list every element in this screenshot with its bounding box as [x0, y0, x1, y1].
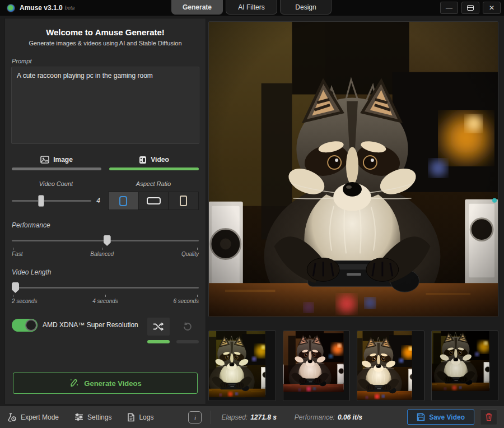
performance-ticks: Fast Balanced Quality: [12, 248, 199, 257]
generate-videos-button[interactable]: Generate Videos: [13, 373, 198, 394]
settings-label: Settings: [87, 413, 111, 421]
tick-6-seconds: 6 seconds: [173, 295, 199, 304]
video-length-label: Video Length: [12, 268, 199, 276]
generated-video-preview[interactable]: [208, 21, 498, 317]
shuffle-underline: [147, 340, 170, 343]
video-length-slider[interactable]: [12, 287, 199, 289]
settings-sliders-icon: [74, 413, 83, 421]
aspect-ratio-label: Aspect Ratio: [108, 180, 199, 187]
video-length-slider-handle[interactable]: [12, 282, 19, 293]
repeat-button[interactable]: [176, 318, 199, 343]
tab-ai-filters[interactable]: AI Filters: [226, 0, 277, 15]
elapsed-value: 1271.8 s: [250, 413, 277, 421]
generate-panel: Welcome to Amuse Generate! Generate imag…: [4, 18, 206, 404]
aspect-portrait-icon: [180, 196, 187, 206]
status-bar: Expert Mode Settings Logs i Elapsed: 127…: [0, 406, 504, 428]
video-count-label: Video Count: [12, 180, 100, 187]
settings-button[interactable]: Settings: [74, 413, 111, 421]
video-length-ticks: 2 seconds 4 seconds 6 seconds: [12, 295, 199, 304]
image-tab-underline: [12, 168, 101, 170]
save-video-button[interactable]: Save Video: [407, 410, 474, 425]
tab-generate[interactable]: Generate: [171, 0, 223, 15]
expert-mode-button[interactable]: Expert Mode: [7, 413, 59, 422]
prompt-label: Prompt: [12, 58, 206, 64]
save-video-label: Save Video: [429, 413, 465, 421]
prompt-input[interactable]: A cute raccoon playing pc in the gaming …: [11, 67, 199, 144]
title-bar: Amuse v3.1.0 beta Generate AI Filters De…: [0, 0, 504, 16]
app-title: Amuse v3.1.0: [20, 4, 63, 12]
performance-metric-value: 0.06 it/s: [338, 413, 362, 421]
mode-tabs: Image Video: [12, 153, 199, 170]
window-controls: — ✕: [440, 0, 501, 16]
raccoon-preview-image: [209, 22, 498, 317]
expert-mode-icon: [7, 413, 17, 422]
delete-button[interactable]: [480, 410, 497, 425]
mode-tab-image[interactable]: Image: [12, 153, 101, 170]
thumbnail-2[interactable]: [283, 331, 351, 401]
maximize-icon: [467, 5, 474, 11]
tab-design[interactable]: Design: [280, 0, 332, 15]
performance-slider-handle[interactable]: [104, 235, 111, 246]
mode-tab-video-label: Video: [151, 156, 169, 164]
logs-icon: [127, 413, 135, 422]
image-icon: [40, 156, 49, 164]
video-count-slider[interactable]: [12, 200, 91, 202]
close-button[interactable]: ✕: [483, 2, 501, 14]
aspect-landscape-icon: [147, 197, 161, 204]
repeat-underline: [176, 340, 199, 343]
thumbnail-strip: [208, 331, 498, 401]
mode-tab-image-label: Image: [53, 156, 73, 164]
performance-metric-label: Performance:: [295, 413, 335, 421]
maximize-button[interactable]: [461, 2, 479, 14]
statusbar-divider: [211, 411, 211, 424]
welcome-title: Welcome to Amuse Generate!: [5, 27, 206, 37]
aspect-square-icon: [119, 196, 127, 206]
thumbnail-3[interactable]: [357, 331, 424, 401]
expert-mode-label: Expert Mode: [21, 413, 59, 421]
tick-quality: Quality: [181, 248, 199, 257]
aspect-square-button[interactable]: [109, 192, 139, 210]
performance-metric: Performance: 0.06 it/s: [295, 413, 362, 421]
thumbnail-4[interactable]: [431, 331, 499, 401]
generate-videos-label: Generate Videos: [84, 379, 141, 388]
performance-label: Performance: [12, 221, 199, 229]
logs-label: Logs: [139, 413, 153, 421]
thumbnail-1[interactable]: [208, 331, 276, 401]
super-resolution-label: AMD XDNA™ Super Resolution: [43, 321, 138, 329]
tick-fast: Fast: [12, 248, 22, 257]
aspect-ratio-group: [108, 192, 199, 210]
minimize-button[interactable]: —: [440, 2, 458, 14]
mode-tab-video[interactable]: Video: [109, 153, 199, 170]
shuffle-button[interactable]: [147, 318, 170, 343]
shuffle-icon: [153, 322, 164, 331]
toggle-knob: [25, 319, 37, 331]
tick-balanced: Balanced: [90, 248, 114, 257]
repeat-icon: [183, 322, 193, 331]
logs-button[interactable]: Logs: [127, 413, 153, 422]
welcome-subtitle: Generate images & videos using AI and St…: [5, 40, 206, 46]
magic-wand-icon: [69, 378, 79, 388]
elapsed-label: Elapsed:: [221, 413, 248, 421]
super-resolution-toggle[interactable]: [12, 319, 38, 332]
video-count-value: 4: [96, 197, 100, 204]
video-tab-underline: [109, 168, 199, 170]
trash-icon: [485, 413, 493, 421]
info-button[interactable]: i: [188, 411, 202, 424]
save-icon: [417, 413, 425, 421]
main-tabs: Generate AI Filters Design: [171, 0, 332, 15]
app-logo-icon: [7, 4, 15, 12]
video-count-slider-handle[interactable]: [38, 195, 44, 207]
tick-2-seconds: 2 seconds: [12, 295, 38, 304]
elapsed-metric: Elapsed: 1271.8 s: [221, 413, 276, 421]
tick-4-seconds: 4 seconds: [92, 295, 118, 304]
video-icon: [139, 156, 147, 164]
beta-tag: beta: [65, 5, 75, 11]
aspect-landscape-button[interactable]: [139, 192, 169, 210]
aspect-portrait-button[interactable]: [169, 192, 198, 210]
